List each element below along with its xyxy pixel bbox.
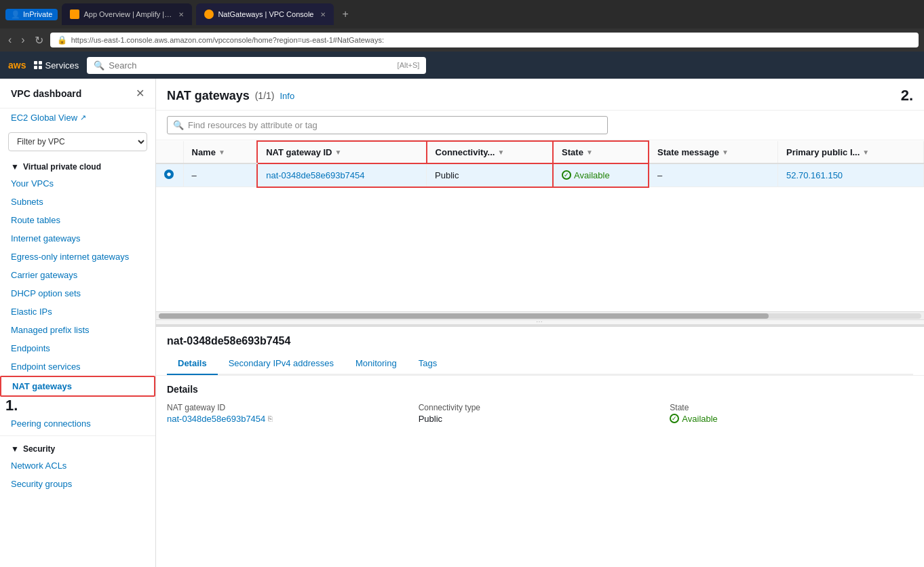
sidebar-section-vpc[interactable]: ▼ Virtual private cloud [0,157,155,174]
ec2-global-view[interactable]: EC2 Global View ↗ [0,109,155,127]
sidebar-item-subnets[interactable]: Subnets [0,193,155,211]
step-1-label: 1. [0,397,23,414]
sidebar-item-route-tables[interactable]: Route tables [0,211,155,229]
table-row[interactable]: – nat-0348de58e693b7454 Public ✓ [156,163,924,187]
sidebar-item-endpoints[interactable]: Endpoints [0,339,155,357]
sidebar-item-security-groups[interactable]: Security groups [0,475,155,493]
sidebar-item-network-acls[interactable]: Network ACLs [0,456,155,475]
tab-vpc[interactable]: NatGateways | VPC Console ✕ [196,3,334,25]
sidebar-item-elastic-ips[interactable]: Elastic IPs [0,302,155,321]
detail-tabs: Details Secondary IPv4 addresses Monitor… [167,353,913,375]
sidebar-item-internet-gateways[interactable]: Internet gateways [0,229,155,248]
sidebar-title: VPC dashboard [11,88,81,99]
nat-gateways-table: Name ▼ NAT gateway ID ▼ [156,140,924,188]
row-state: ✓ Available [553,163,649,187]
table-search-box[interactable]: 🔍 Find resources by attribute or tag [167,116,608,134]
col-header-state-message[interactable]: State message ▼ [649,141,777,163]
step-2-label: 2. [901,87,913,104]
col-header-state[interactable]: State ▼ [553,141,649,163]
tab-monitoring[interactable]: Monitoring [345,353,408,375]
url-text: https://us-east-1.console.aws.amazon.com… [71,36,384,44]
search-bar[interactable]: 🔍 [Alt+S] [87,57,426,74]
chevron-down-icon: ▼ [11,162,19,172]
row-name: – [183,163,257,187]
nat-gateway-id-label: NAT gateway ID [167,403,410,412]
search-icon: 🔍 [94,60,104,71]
detail-nat-gateway-id: NAT gateway ID nat-0348de58e693b7454 ⎘ [167,403,410,424]
copy-nat-id-icon[interactable]: ⎘ [268,414,273,423]
search-row: 🔍 Find resources by attribute or tag [156,111,924,140]
inprivate-badge: 👤 InPrivate [5,9,58,20]
content-area: NAT gateways (1/1) Info 2. 🔍 Find resour… [156,79,924,567]
row-primary-public-ip: 52.70.161.150 [777,163,923,187]
sidebar-item-egress-only[interactable]: Egress-only internet gateways [0,248,155,266]
services-button[interactable]: Services [34,60,79,71]
sidebar-item-peering-connections[interactable]: Peering connections [0,414,155,433]
row-select[interactable] [156,163,183,187]
external-link-icon: ↗ [80,113,86,122]
resize-handle[interactable]: ⋯ [156,319,924,325]
sidebar-item-endpoint-services[interactable]: Endpoint services [0,357,155,376]
col-header-nat-id[interactable]: NAT gateway ID ▼ [257,141,426,163]
sidebar-item-carrier-gateways[interactable]: Carrier gateways [0,266,155,284]
sidebar-item-managed-prefix-lists[interactable]: Managed prefix lists [0,321,155,339]
sidebar-section-security[interactable]: ▼ Security [0,439,155,456]
sort-icon-connectivity: ▼ [497,149,504,156]
browser-chrome: 👤 InPrivate App Overview | Amplify | us-… [0,0,924,28]
sort-icon-name: ▼ [218,149,225,156]
detail-fields-grid: NAT gateway ID nat-0348de58e693b7454 ⎘ C… [167,403,913,424]
forward-button[interactable]: › [18,31,27,49]
search-shortcut: [Alt+S] [398,61,420,69]
main-layout: VPC dashboard ✕ EC2 Global View ↗ Filter… [0,79,924,567]
state-value: ✓ Available [670,414,913,424]
page-title: NAT gateways [167,89,250,103]
sidebar: VPC dashboard ✕ EC2 Global View ↗ Filter… [0,79,156,567]
new-tab-button[interactable]: + [338,8,352,20]
connectivity-type-label: Connectivity type [419,403,662,412]
sidebar-header: VPC dashboard ✕ [0,79,155,109]
vpc-favicon [204,9,214,19]
available-icon: ✓ [562,170,571,180]
search-icon-table: 🔍 [173,120,184,130]
table-wrapper: Name ▼ NAT gateway ID ▼ [156,140,924,311]
tab-amplify-close[interactable]: ✕ [178,11,184,18]
tab-amplify[interactable]: App Overview | Amplify | us-east... ✕ [62,3,192,25]
state-label: State [670,403,913,412]
sidebar-item-nat-gateways[interactable]: NAT gateways [0,376,155,397]
count-badge: (1/1) [255,90,275,101]
filter-vpc-dropdown[interactable]: Filter by VPC [8,132,147,151]
aws-logo[interactable]: aws [8,60,26,71]
col-header-connectivity[interactable]: Connectivity... ▼ [427,141,554,163]
search-input[interactable] [109,60,393,71]
info-link[interactable]: Info [280,91,295,101]
tab-details[interactable]: Details [167,353,218,375]
sort-icon-nat-id: ▼ [335,149,342,156]
radio-selected-icon [164,170,174,179]
row-connectivity: Public [427,163,554,187]
detail-content: Details NAT gateway ID nat-0348de58e693b… [156,376,924,432]
url-bar[interactable]: 🔒 https://us-east-1.console.aws.amazon.c… [50,33,919,47]
tab-vpc-close[interactable]: ✕ [320,11,326,18]
browser-nav: ‹ › ↻ 🔒 https://us-east-1.console.aws.am… [0,28,924,52]
search-placeholder-text: Find resources by attribute or tag [188,120,317,130]
lock-icon: 🔒 [57,35,67,45]
state-available-icon: ✓ [670,414,679,423]
nat-gateway-id-link[interactable]: nat-0348de58e693b7454 [266,170,364,180]
sort-icon-primary-ip: ▼ [862,149,869,156]
sidebar-divider-security [0,435,155,436]
tab-tags[interactable]: Tags [408,353,448,375]
tab-secondary-ipv4[interactable]: Secondary IPv4 addresses [218,353,345,375]
sidebar-item-your-vpcs[interactable]: Your VPCs [0,174,155,193]
sidebar-item-dhcp-option-sets[interactable]: DHCP option sets [0,284,155,302]
sidebar-close-button[interactable]: ✕ [136,87,145,100]
primary-public-ip-link[interactable]: 52.70.161.150 [786,170,843,180]
refresh-button[interactable]: ↻ [32,31,46,50]
back-button[interactable]: ‹ [5,31,14,49]
col-header-primary-public-ip[interactable]: Primary public I... ▼ [777,141,923,163]
col-select [156,141,183,163]
table-scrollbar[interactable] [156,311,924,319]
sort-icon-state: ▼ [586,149,593,156]
amplify-favicon [70,9,79,19]
col-header-name[interactable]: Name ▼ [183,141,257,163]
detail-state: State ✓ Available [670,403,913,424]
